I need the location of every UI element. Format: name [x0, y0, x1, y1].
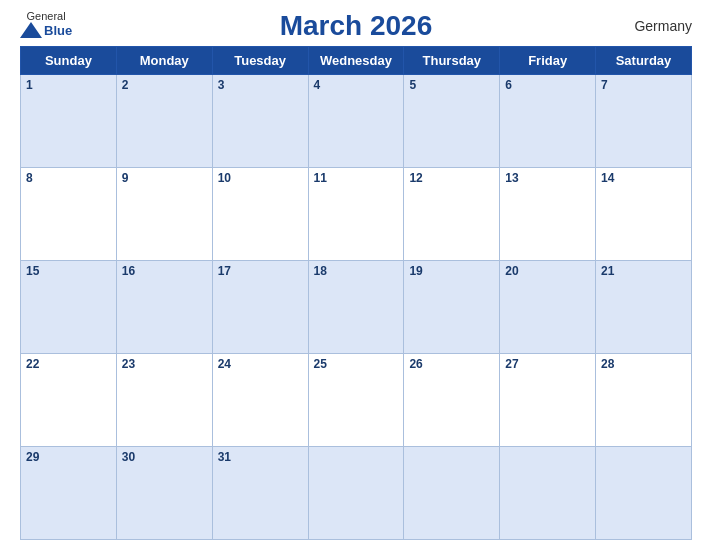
calendar-day-23: 23	[116, 354, 212, 447]
calendar-day-empty	[308, 447, 404, 540]
logo-icon	[20, 22, 42, 38]
calendar-day-31: 31	[212, 447, 308, 540]
calendar-day-7: 7	[596, 75, 692, 168]
calendar-body: 1234567891011121314151617181920212223242…	[21, 75, 692, 540]
calendar-week-row: 1234567	[21, 75, 692, 168]
calendar-day-2: 2	[116, 75, 212, 168]
calendar-day-1: 1	[21, 75, 117, 168]
calendar-title: March 2026	[280, 10, 433, 42]
logo-blue-text: Blue	[44, 23, 72, 38]
calendar-day-18: 18	[308, 261, 404, 354]
calendar-day-17: 17	[212, 261, 308, 354]
logo-general-text: General	[27, 10, 66, 22]
calendar-day-8: 8	[21, 168, 117, 261]
calendar-day-12: 12	[404, 168, 500, 261]
day-header-wednesday: Wednesday	[308, 47, 404, 75]
calendar-day-6: 6	[500, 75, 596, 168]
calendar-table: SundayMondayTuesdayWednesdayThursdayFrid…	[20, 46, 692, 540]
calendar-header-row: SundayMondayTuesdayWednesdayThursdayFrid…	[21, 47, 692, 75]
day-header-saturday: Saturday	[596, 47, 692, 75]
calendar-day-22: 22	[21, 354, 117, 447]
generalblue-logo: General Blue	[20, 10, 72, 38]
calendar-day-25: 25	[308, 354, 404, 447]
day-header-sunday: Sunday	[21, 47, 117, 75]
calendar-week-row: 293031	[21, 447, 692, 540]
calendar-day-30: 30	[116, 447, 212, 540]
day-header-monday: Monday	[116, 47, 212, 75]
calendar-day-empty	[596, 447, 692, 540]
day-header-friday: Friday	[500, 47, 596, 75]
calendar-day-empty	[404, 447, 500, 540]
svg-marker-0	[20, 22, 42, 38]
calendar-day-empty	[500, 447, 596, 540]
calendar-week-row: 22232425262728	[21, 354, 692, 447]
calendar-day-29: 29	[21, 447, 117, 540]
country-label: Germany	[634, 18, 692, 34]
calendar-day-26: 26	[404, 354, 500, 447]
calendar-day-16: 16	[116, 261, 212, 354]
calendar-week-row: 15161718192021	[21, 261, 692, 354]
calendar-day-14: 14	[596, 168, 692, 261]
calendar-day-27: 27	[500, 354, 596, 447]
calendar-day-15: 15	[21, 261, 117, 354]
calendar-day-24: 24	[212, 354, 308, 447]
calendar-day-19: 19	[404, 261, 500, 354]
calendar-day-11: 11	[308, 168, 404, 261]
calendar-day-28: 28	[596, 354, 692, 447]
calendar-day-10: 10	[212, 168, 308, 261]
day-header-tuesday: Tuesday	[212, 47, 308, 75]
calendar-day-5: 5	[404, 75, 500, 168]
day-header-thursday: Thursday	[404, 47, 500, 75]
calendar-week-row: 891011121314	[21, 168, 692, 261]
calendar-day-21: 21	[596, 261, 692, 354]
calendar-day-3: 3	[212, 75, 308, 168]
calendar-day-9: 9	[116, 168, 212, 261]
calendar-day-13: 13	[500, 168, 596, 261]
calendar-day-20: 20	[500, 261, 596, 354]
calendar-header: General Blue March 2026 Germany	[20, 10, 692, 42]
calendar-day-4: 4	[308, 75, 404, 168]
